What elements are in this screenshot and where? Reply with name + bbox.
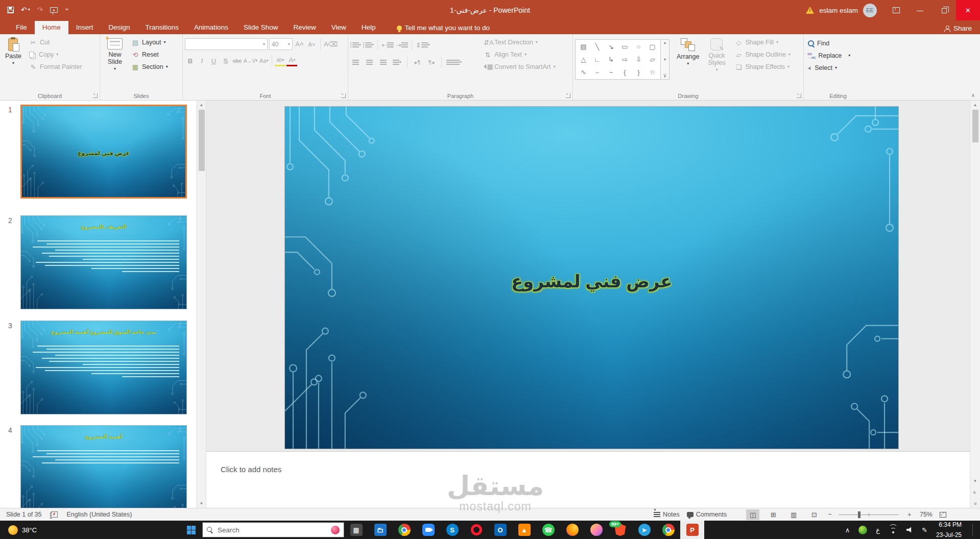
shape-line-arrow-icon[interactable]: ↘ bbox=[604, 40, 618, 53]
chrome-icon[interactable] bbox=[392, 521, 416, 539]
slide-thumbnail[interactable]: 3 مدى حاجة السوق للمشروع أهمية المشروع bbox=[0, 321, 197, 414]
slide-thumbnail-image[interactable]: عرض فني لمشروع bbox=[20, 105, 187, 199]
ribbon-display-options-button[interactable] bbox=[884, 0, 908, 20]
scroll-down-arrow[interactable]: ▼ bbox=[970, 477, 980, 485]
zoom-slider-thumb[interactable] bbox=[858, 511, 861, 518]
shape-star-icon[interactable]: ☆ bbox=[646, 66, 659, 79]
tab-file[interactable]: File bbox=[8, 21, 35, 34]
shape-effects-button[interactable]: ❏Shape Effects▾ bbox=[733, 61, 792, 73]
slide-thumbnail[interactable]: 2 التعريف بالمشروع bbox=[0, 215, 197, 309]
collapse-ribbon-button[interactable]: ∧ bbox=[971, 92, 975, 98]
opera-icon[interactable] bbox=[464, 521, 488, 539]
shape-curve-icon[interactable]: ~ bbox=[604, 66, 618, 79]
shape-oval-icon[interactable]: ○ bbox=[632, 40, 646, 53]
text-shadow-button[interactable]: S bbox=[220, 55, 231, 66]
bullets-button[interactable]: ▾ bbox=[350, 39, 361, 51]
ltr-direction-button[interactable]: ▸¶ bbox=[412, 57, 423, 68]
shape-triangle-icon[interactable]: △ bbox=[577, 53, 590, 66]
avatar[interactable]: EE bbox=[863, 4, 877, 17]
decrease-font-size-button[interactable]: A˅ bbox=[306, 39, 317, 50]
keyboard-language-indicator[interactable]: ع bbox=[876, 526, 880, 534]
shape-right-brace-icon[interactable]: } bbox=[632, 66, 646, 79]
zoom-icon[interactable] bbox=[416, 521, 440, 539]
shape-line-icon[interactable]: ╲ bbox=[590, 40, 604, 53]
increase-font-size-button[interactable]: A˄ bbox=[294, 39, 305, 50]
convert-smartart-button[interactable]: ⏴▦Convert to SmartArt▾ bbox=[482, 61, 557, 73]
arrange-button[interactable]: Arrange ▾ bbox=[674, 36, 702, 91]
shape-rounded-rectangle-icon[interactable]: ▢ bbox=[646, 40, 659, 53]
zoom-in-button[interactable]: ＋ bbox=[906, 510, 913, 519]
panel-scrollbar-thumb[interactable] bbox=[199, 110, 205, 171]
shape-snip-corner-rectangle-icon[interactable]: ▱ bbox=[646, 53, 659, 66]
copy-button[interactable]: Copy▾ bbox=[28, 48, 84, 61]
normal-view-button[interactable]: ◫ bbox=[746, 509, 759, 520]
file-explorer-icon[interactable]: 🗀 bbox=[368, 521, 392, 539]
shape-rectangle-icon[interactable]: ▭ bbox=[618, 40, 632, 53]
main-scrollbar-thumb[interactable] bbox=[972, 110, 978, 142]
numbering-button[interactable]: ▾ bbox=[363, 39, 374, 51]
zoom-slider[interactable] bbox=[839, 514, 899, 515]
notes-placeholder[interactable]: Click to add notes bbox=[221, 465, 281, 474]
increase-indent-button[interactable]: ⇢ bbox=[396, 39, 408, 51]
line-spacing-button[interactable]: ⇕▾ bbox=[416, 39, 430, 51]
shape-down-arrow-icon[interactable]: ⇩ bbox=[632, 53, 646, 66]
notes-pane[interactable]: Click to add notes bbox=[206, 451, 970, 508]
main-scrollbar[interactable]: ▲ ▼ « « bbox=[970, 101, 980, 508]
find-button[interactable]: Find bbox=[806, 37, 870, 50]
tellme-box[interactable]: Tell me what you want to do bbox=[397, 24, 490, 34]
character-spacing-button[interactable]: A↔V▾ bbox=[244, 55, 257, 66]
align-center-button[interactable] bbox=[364, 57, 375, 68]
scroll-up-arrow[interactable]: ▲ bbox=[970, 101, 980, 109]
underline-button[interactable]: U bbox=[208, 55, 219, 66]
new-slide-button[interactable]: New Slide ▾ bbox=[102, 36, 128, 91]
show-desktop-divider[interactable] bbox=[972, 524, 973, 536]
language-status[interactable]: English (United States) bbox=[67, 511, 132, 518]
clear-formatting-button[interactable]: A⌫ bbox=[324, 39, 338, 50]
zoom-level[interactable]: 75% bbox=[920, 511, 933, 518]
volume-icon[interactable] bbox=[906, 527, 913, 533]
taskbar-search[interactable]: Search bbox=[202, 522, 344, 537]
strikethrough-button[interactable]: abc bbox=[232, 55, 243, 66]
shape-left-brace-icon[interactable]: { bbox=[618, 66, 632, 79]
shape-elbow-connector-icon[interactable]: ∟ bbox=[590, 53, 604, 66]
align-text-button[interactable]: ⇅Align Text▾ bbox=[482, 48, 557, 61]
powerpoint-icon[interactable]: P bbox=[680, 521, 704, 539]
account-name[interactable]: eslam eslam bbox=[819, 7, 858, 14]
tab-review[interactable]: Review bbox=[285, 21, 323, 34]
shape-scribble-icon[interactable]: ∿ bbox=[577, 66, 590, 79]
slide-canvas[interactable]: عرض فني لمشروع bbox=[284, 106, 899, 449]
change-case-button[interactable]: Aa▾ bbox=[258, 55, 269, 66]
font-size-combo[interactable]: 40▾ bbox=[269, 38, 293, 50]
shape-elbow-arrow-connector-icon[interactable]: ↳ bbox=[604, 53, 618, 66]
font-color-button[interactable]: A▾ bbox=[286, 55, 297, 66]
reset-button[interactable]: ⟲Reset bbox=[130, 48, 170, 61]
rtl-direction-button[interactable]: ¶◂ bbox=[426, 57, 437, 68]
spell-check-icon[interactable]: ✗ bbox=[51, 511, 58, 518]
slide-thumbnail-image[interactable]: مدى حاجة السوق للمشروع أهمية المشروع bbox=[20, 321, 187, 414]
decrease-indent-button[interactable]: ⇠ bbox=[381, 39, 394, 51]
shape-text-box-icon[interactable]: ▤ bbox=[577, 40, 590, 53]
shape-right-arrow-icon[interactable]: ⇨ bbox=[618, 53, 632, 66]
columns-button[interactable]: ▾ bbox=[446, 57, 462, 68]
next-slide-button[interactable]: « bbox=[970, 499, 980, 508]
skype-icon[interactable]: S bbox=[440, 521, 464, 539]
italic-button[interactable]: I bbox=[197, 55, 207, 66]
clipboard-dialog-launcher[interactable] bbox=[93, 93, 98, 98]
restore-button[interactable] bbox=[932, 0, 956, 20]
slide-title-text[interactable]: عرض فني لمشروع bbox=[285, 271, 898, 291]
search-highlights-icon[interactable] bbox=[331, 526, 340, 534]
windows-ink-icon[interactable]: ✎ bbox=[922, 526, 927, 534]
slideshow-view-button[interactable]: ⊡ bbox=[807, 509, 821, 520]
start-button[interactable] bbox=[182, 521, 200, 539]
layout-button[interactable]: ▤Layout▾ bbox=[130, 36, 170, 48]
tray-green-app-icon[interactable] bbox=[858, 526, 867, 534]
tab-home[interactable]: Home bbox=[35, 21, 68, 34]
tab-view[interactable]: View bbox=[324, 21, 354, 34]
slide-thumbnail[interactable]: 4 أهمية المشروع bbox=[0, 425, 197, 508]
shape-fill-button[interactable]: ◇Shape Fill▾ bbox=[733, 36, 792, 48]
paste-button[interactable]: Paste ▾ bbox=[2, 36, 25, 91]
vlc-icon[interactable]: ▲ bbox=[512, 521, 536, 539]
shape-gallery-scrollbar[interactable]: ▲▼▼ bbox=[661, 39, 670, 80]
align-right-button[interactable] bbox=[378, 57, 389, 68]
drawing-dialog-launcher[interactable] bbox=[797, 93, 801, 98]
